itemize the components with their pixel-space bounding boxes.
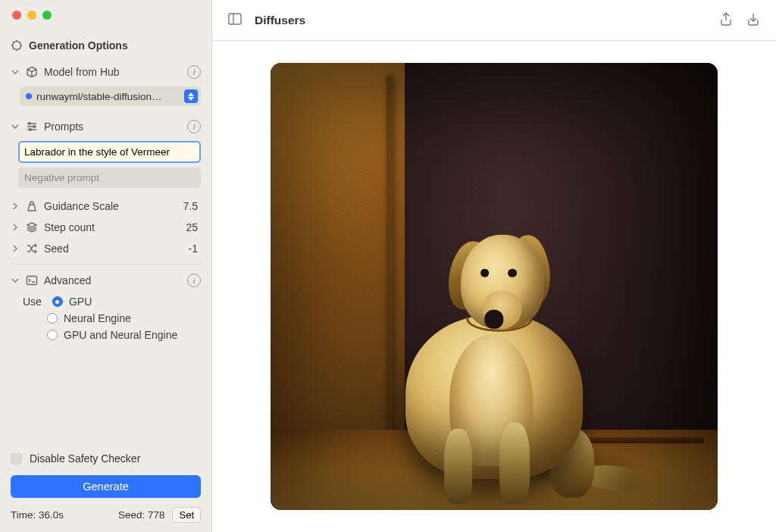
disable-safety-label: Disable Safety Checker: [30, 452, 140, 465]
download-icon[interactable]: [746, 11, 761, 29]
model-label: Model from Hub: [44, 66, 181, 78]
toggle-sidebar-icon[interactable]: [227, 11, 242, 29]
step-count-value: 25: [186, 221, 198, 233]
advanced-row[interactable]: Advanced i: [0, 269, 211, 292]
dropdown-stepper-icon[interactable]: [184, 89, 198, 103]
info-icon[interactable]: i: [187, 274, 201, 287]
chevron-right-icon: [11, 202, 20, 210]
main-area: Diffusers: [212, 0, 776, 532]
canvas: [212, 41, 776, 532]
compute-unit-group: Use GPU Neural Engine GPU and Neural Eng…: [0, 292, 211, 346]
status-footer: Time: 36.0s Seed: 778 Set: [0, 502, 211, 532]
seed-status-label: Seed: 778: [118, 509, 165, 521]
minimize-window-button[interactable]: [27, 11, 36, 20]
svg-rect-4: [27, 277, 37, 285]
generation-options-title: Generation Options: [29, 39, 128, 52]
use-label: Use: [23, 296, 42, 308]
radio-neural-engine-label: Neural Engine: [64, 312, 131, 324]
chevron-right-icon: [11, 224, 20, 231]
positive-prompt-input[interactable]: [18, 141, 201, 163]
status-dot-icon: [26, 93, 32, 99]
generation-options-header: Generation Options: [0, 33, 211, 61]
disable-safety-checkbox[interactable]: [11, 453, 22, 465]
step-count-row[interactable]: Step count 25: [0, 217, 211, 238]
sliders-icon: [26, 120, 38, 133]
close-window-button[interactable]: [12, 11, 21, 20]
radio-gpu-label: GPU: [69, 296, 92, 308]
gear-sliders-icon: [11, 39, 23, 52]
model-select[interactable]: runwayml/stable-diffusion…: [20, 86, 201, 106]
guidance-scale-row[interactable]: Guidance Scale 7.5: [0, 196, 211, 217]
radio-gpu-and-neural-engine[interactable]: [47, 330, 58, 340]
step-count-label: Step count: [44, 221, 180, 233]
svg-rect-5: [229, 14, 241, 24]
guidance-scale-label: Guidance Scale: [44, 200, 177, 212]
window-controls: [0, 0, 211, 33]
terminal-icon: [26, 274, 38, 286]
chevron-down-icon: [11, 68, 20, 76]
chevron-right-icon: [11, 245, 20, 252]
app-title: Diffusers: [255, 14, 305, 27]
fullscreen-window-button[interactable]: [42, 11, 52, 20]
share-icon[interactable]: [718, 11, 734, 29]
seed-label: Seed: [44, 243, 183, 255]
info-icon[interactable]: i: [187, 120, 201, 133]
generated-image[interactable]: [271, 63, 718, 510]
prompts-row[interactable]: Prompts i: [0, 115, 211, 138]
sidebar: Generation Options Model from Hub i runw…: [0, 0, 212, 532]
info-icon[interactable]: i: [187, 65, 201, 79]
prompts-label: Prompts: [44, 120, 181, 133]
safety-row: Disable Safety Checker: [0, 446, 211, 471]
guidance-scale-value: 7.5: [183, 200, 198, 212]
chevron-down-icon: [11, 277, 20, 284]
time-label: Time: 36.0s: [11, 509, 111, 521]
shuffle-icon: [26, 243, 38, 255]
negative-prompt-input[interactable]: [18, 167, 201, 188]
radio-gpu-and-neural-engine-label: GPU and Neural Engine: [64, 329, 177, 341]
model-row[interactable]: Model from Hub i: [0, 61, 211, 83]
stack-icon: [26, 221, 38, 233]
chevron-down-icon: [11, 123, 20, 130]
generate-button[interactable]: Generate: [11, 475, 201, 498]
advanced-label: Advanced: [44, 274, 181, 286]
model-selected-text: runwayml/stable-diffusion…: [36, 91, 180, 102]
seed-row[interactable]: Seed -1: [0, 238, 211, 259]
toolbar: Diffusers: [212, 0, 776, 41]
divider: [11, 264, 201, 264]
weight-icon: [26, 200, 38, 212]
seed-value: -1: [189, 243, 198, 255]
set-seed-button[interactable]: Set: [172, 507, 201, 523]
cube-icon: [26, 66, 38, 78]
radio-gpu[interactable]: [52, 296, 63, 307]
radio-neural-engine[interactable]: [47, 313, 58, 324]
